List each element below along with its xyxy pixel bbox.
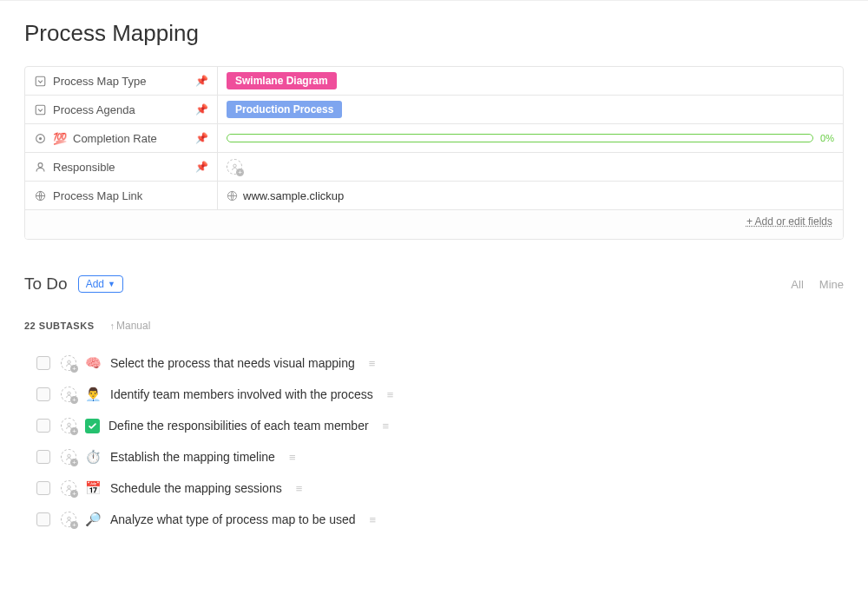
sort-label: Manual (116, 320, 150, 332)
task-row: +🔎Analyze what type of process map to be… (36, 504, 844, 535)
assign-user-icon[interactable]: + (227, 159, 242, 175)
task-emoji: ⏱️ (85, 449, 102, 465)
svg-point-9 (67, 392, 69, 394)
svg-point-3 (39, 136, 42, 139)
add-or-edit-fields-link[interactable]: + Add or edit fields (746, 215, 832, 234)
globe-icon (227, 190, 238, 202)
fields-panel: Process Map Type 📌 Swimlane Diagram Proc… (24, 66, 844, 240)
field-row-process-map-link: Process Map Link www.sample.clickup (25, 182, 843, 210)
assign-user-icon[interactable]: + (61, 387, 76, 402)
svg-point-11 (67, 454, 69, 457)
task-checkbox[interactable] (36, 387, 50, 401)
globe-icon (34, 190, 47, 202)
task-checkbox[interactable] (36, 356, 50, 370)
field-row-process-agenda: Process Agenda 📌 Production Process (25, 96, 843, 124)
assign-user-icon[interactable]: + (61, 355, 76, 371)
svg-point-13 (67, 517, 69, 519)
field-label[interactable]: Process Map Type 📌 (25, 67, 218, 95)
task-emoji: 🔎 (85, 512, 102, 527)
task-title[interactable]: Identify team members involved with the … (110, 387, 373, 401)
drag-handle-icon[interactable]: ≡ (387, 388, 394, 401)
fields-footer: + Add or edit fields (25, 210, 843, 239)
field-label-text: Process Map Link (53, 189, 142, 202)
chevron-down-icon: ▼ (108, 280, 115, 288)
todo-title: To Do (24, 274, 68, 294)
field-value[interactable]: Swimlane Diagram (218, 67, 843, 95)
field-row-responsible: Responsible 📌 + (25, 153, 843, 182)
task-checkbox[interactable] (36, 450, 50, 464)
task-row: +👨‍💼Identify team members involved with … (36, 379, 844, 410)
field-value[interactable]: 0% (218, 124, 843, 152)
filter-all[interactable]: All (791, 278, 803, 291)
tag-swimlane[interactable]: Swimlane Diagram (227, 72, 337, 89)
field-value[interactable]: + (218, 153, 843, 181)
task-title[interactable]: Schedule the mapping sessions (110, 481, 282, 495)
assign-user-icon[interactable]: + (61, 512, 76, 527)
dropdown-icon (34, 76, 47, 87)
task-row: +📅Schedule the mapping sessions≡ (36, 473, 844, 504)
drag-handle-icon[interactable]: ≡ (369, 357, 376, 370)
progress-percent: 0% (820, 133, 834, 143)
field-value[interactable]: www.sample.clickup (218, 182, 843, 209)
task-checkbox[interactable] (36, 419, 50, 433)
todo-filters: All Mine (791, 278, 844, 291)
arrow-up-icon: ↑ (109, 321, 115, 331)
field-label-text: Responsible (53, 161, 115, 174)
subtasks-bar: 22 SUBTASKS ↑Manual (24, 320, 844, 332)
assign-user-icon[interactable]: + (61, 449, 76, 465)
dropdown-icon (34, 104, 47, 116)
svg-point-12 (67, 486, 69, 488)
todo-header: To Do Add ▼ All Mine (24, 274, 844, 294)
field-label-text: Completion Rate (73, 132, 157, 145)
field-row-completion-rate: 💯 Completion Rate 📌 0% (25, 124, 843, 153)
add-button[interactable]: Add ▼ (78, 275, 123, 293)
drag-handle-icon[interactable]: ≡ (289, 451, 296, 464)
link-text[interactable]: www.sample.clickup (243, 189, 344, 202)
progress-bar[interactable] (227, 134, 813, 142)
field-label-text: Process Map Type (53, 75, 146, 88)
task-title[interactable]: Establish the mapping timeline (110, 450, 275, 464)
task-checkbox[interactable] (36, 512, 50, 526)
svg-point-4 (38, 162, 43, 167)
field-label[interactable]: 💯 Completion Rate 📌 (25, 124, 218, 152)
pin-icon[interactable]: 📌 (195, 103, 208, 116)
filter-mine[interactable]: Mine (819, 278, 844, 291)
person-icon (34, 162, 47, 173)
drag-handle-icon[interactable]: ≡ (296, 482, 303, 495)
field-label[interactable]: Responsible 📌 (25, 153, 218, 181)
svg-point-8 (67, 360, 69, 363)
svg-point-10 (67, 423, 69, 426)
field-value[interactable]: Production Process (218, 96, 843, 123)
tag-production[interactable]: Production Process (227, 101, 342, 118)
task-emoji: 🧠 (85, 355, 102, 371)
drag-handle-icon[interactable]: ≡ (370, 513, 377, 526)
subtasks-count: 22 SUBTASKS (24, 321, 94, 331)
progress-icon (34, 133, 47, 144)
task-checkbox[interactable] (36, 481, 50, 495)
task-row: +🧠Select the process that needs visual m… (36, 347, 844, 379)
pin-icon[interactable]: 📌 (195, 75, 208, 87)
add-button-label: Add (86, 278, 104, 290)
sort-button[interactable]: ↑Manual (109, 320, 150, 332)
drag-handle-icon[interactable]: ≡ (383, 420, 390, 433)
task-title[interactable]: Select the process that needs visual map… (110, 356, 355, 370)
assign-user-icon[interactable]: + (61, 418, 76, 433)
task-row: +⏱️Establish the mapping timeline≡ (36, 441, 844, 473)
page-title: Process Mapping (24, 20, 844, 47)
assign-user-icon[interactable]: + (61, 480, 76, 496)
task-title[interactable]: Analyze what type of process map to be u… (110, 512, 356, 526)
pin-icon[interactable]: 📌 (195, 132, 208, 144)
field-row-process-map-type: Process Map Type 📌 Swimlane Diagram (25, 67, 843, 96)
svg-rect-1 (36, 105, 45, 115)
field-label[interactable]: Process Map Link (25, 182, 218, 209)
task-emoji: 📅 (85, 480, 102, 496)
task-title[interactable]: Define the responsibilities of each team… (108, 419, 369, 433)
task-row: +Define the responsibilities of each tea… (36, 410, 844, 441)
task-emoji (85, 419, 100, 433)
field-label[interactable]: Process Agenda 📌 (25, 96, 218, 123)
task-list: +🧠Select the process that needs visual m… (36, 347, 844, 535)
task-emoji: 👨‍💼 (85, 387, 102, 402)
svg-point-5 (233, 164, 235, 167)
pin-icon[interactable]: 📌 (195, 161, 208, 173)
svg-rect-0 (36, 76, 45, 86)
